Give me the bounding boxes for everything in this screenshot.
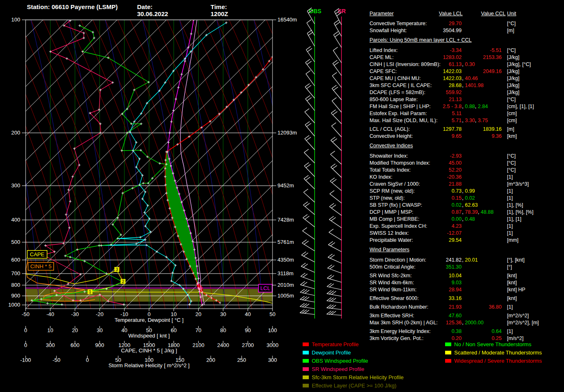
pressure-label: 600 [11, 257, 20, 263]
value-lcl: 559.92 [370, 89, 462, 96]
parameter-row: SB STP (fix) | CWASP:0.02, 62.63[1], [%] [370, 202, 564, 209]
parameter-row: Max. Hail Size (OLD, MU, IL):5.71, 3.30,… [370, 117, 564, 124]
value-extra-item: 3.75 [478, 118, 488, 123]
unit-label: [1] [507, 223, 513, 230]
parameter-row: 850-600 Lapse Rate:21.13[°C] [370, 96, 564, 103]
height-label: 1005m [277, 293, 294, 299]
srh-tick-label: 0 [86, 357, 89, 363]
parameter-row: CAPE ML:1283.022153.36[J/kg] [370, 54, 564, 61]
parameter-row: 3km Energy Helicity Index:0.380.64[1] [370, 328, 564, 335]
value-ccl: 2049.16 [462, 68, 502, 75]
value-extra-item: 0.48 [465, 216, 475, 222]
cape-tick-label: 2400 [217, 342, 229, 348]
value-lcl: 29.70 [370, 20, 462, 27]
unit-label: [knt] [507, 272, 517, 279]
profile-legend-item: Effective Layer (CAPE >= 100 J/kg) [303, 381, 404, 390]
legend-swatch-icon [303, 384, 309, 387]
value-extra: , 0.88, 2.84 [462, 103, 488, 110]
srh-tick-label: 200 [206, 357, 216, 363]
parameter-row: Snowfall Height:3504.99[m] [370, 27, 564, 34]
annotation-text: CAPE [30, 251, 45, 257]
parameter-row: SCP RM (new, old):0.73, 0.99[1] [370, 188, 564, 195]
legend-label: No / Non Severe Thunderstorms [454, 341, 531, 347]
value-separator: , [462, 209, 465, 215]
parameter-row: STP (new, old):0.15, 0.02[1] [370, 195, 564, 202]
value-lcl: 1422.03 [370, 75, 462, 82]
unit-label: [m^2/s^2] [507, 312, 529, 319]
parameter-row: Precipitable Water:29.54[mm] [370, 237, 564, 244]
temperature-markers [164, 56, 274, 304]
isotherm-line [0, 20, 166, 309]
unit-label: [J/kg], [°C] [507, 61, 531, 68]
legend-label: Dewpoint Profile [312, 349, 351, 356]
parameter-row: SR Wind 4km-6km:9.03[knt] [370, 279, 564, 286]
value-extra-item: 20.01 [465, 257, 478, 263]
parameter-row: Total Totals Index:52.20[°C] [370, 167, 564, 174]
date-label: Date: 30.06.2022 [137, 3, 168, 17]
value-separator: , [462, 195, 465, 201]
value-extra-item: 0.99 [465, 188, 475, 194]
cape-tick-label: 2100 [192, 342, 204, 348]
unit-label: [knt] [507, 295, 517, 302]
value-ccl: 9.36 [462, 133, 502, 140]
value-lcl: 45.00 [370, 160, 462, 167]
value-separator: , [462, 61, 465, 67]
moist-adiabat-line [291, 20, 337, 309]
profile-legend-item: OBS Windspeed Profile [303, 357, 404, 365]
value-extra: , 0.48 [462, 216, 475, 223]
value-ccl: -5.51 [462, 47, 502, 54]
temp-axis-title: Temperature, Dewpoint [ °C ] [114, 317, 183, 323]
height-label: 4350m [277, 257, 294, 263]
unit-label: [J/kg] [507, 68, 519, 75]
srh-km-marker-text: 3 [116, 267, 118, 272]
dry-adiabat-line [204, 20, 301, 309]
value-separator: , [462, 320, 465, 326]
value-extra-item: 3.30 [465, 118, 475, 123]
srh-tick-label: -50 [52, 357, 60, 363]
srh-tick-label: 250 [237, 357, 246, 363]
value-extra: , 78.39, 48.88 [462, 209, 493, 216]
unit-label: [cm] [507, 117, 517, 124]
parameter-row: MB Comp | SHERBE:0.00, 0.48[1], [1] [370, 216, 564, 223]
parameter-row: FM Hail Size | SHIP | LHP:2.5 - 3.8, 0.8… [370, 103, 564, 110]
severity-legend-item: Widespread / Severe Thunderstorms [445, 357, 542, 365]
value-lcl: 29.54 [370, 237, 462, 244]
unit-label: [°C] [507, 47, 516, 54]
value-lcl: 0.00 [370, 216, 462, 223]
value-lcl: 9.03 [370, 279, 462, 286]
legend-label: Widespread / Severe Thunderstorms [454, 358, 542, 364]
value-lcl: 0.87 [370, 209, 462, 216]
parameter-row: Estofex Exp. Hail Param:5.11[cm] [370, 110, 564, 117]
unit-label: [1], [%], [%] [507, 209, 533, 216]
cape-tick-label: 300 [46, 342, 55, 348]
height-label: 16540m [277, 17, 297, 23]
titlebar: Station: 06610 Payerne (LSMP) Date: 30.0… [27, 3, 118, 10]
unit-label: [1], [%] [507, 202, 523, 209]
value-separator: , [462, 76, 465, 81]
value-extra-item: 2.84 [478, 104, 488, 109]
unit-label: [m] [507, 27, 514, 34]
cape-axis-title: CAPE, CINH * 5 [ J/kg ] [121, 347, 177, 354]
value-lcl: 10.04 [370, 272, 462, 279]
unit-label: [1] [507, 304, 513, 311]
value-lcl: -20.36 [370, 174, 462, 181]
legend-swatch-icon [303, 342, 309, 346]
wind-tick-label: 30 [97, 327, 102, 333]
value-extra-item: 48.88 [481, 209, 493, 215]
dry-adiabat-line [242, 20, 339, 309]
unit-label: [1] [507, 174, 513, 181]
value-lcl: 1422.03 [370, 68, 462, 75]
section-header: Convective Indices [370, 140, 564, 153]
profile-legend-item: Temperature Profile [303, 340, 404, 348]
header-parameter: Parameter [370, 10, 393, 17]
profile-legend-item: Sfc-3km Storm Relative Helicity Profile [303, 373, 404, 381]
pressure-label: 1000 [8, 302, 20, 308]
dry-adiabat-line [279, 20, 376, 309]
annotation-text: CINH * 5 [30, 263, 51, 269]
pressure-label: 100 [11, 17, 20, 23]
value-extra: , 3.30, 3.75 [462, 117, 488, 124]
legend-swatch-icon [445, 351, 451, 354]
value-separator: , [462, 202, 465, 208]
parameter-row: Lifted Index:-3.34-5.51[°C] [370, 47, 564, 54]
temp-tick-label: -30 [71, 311, 79, 317]
